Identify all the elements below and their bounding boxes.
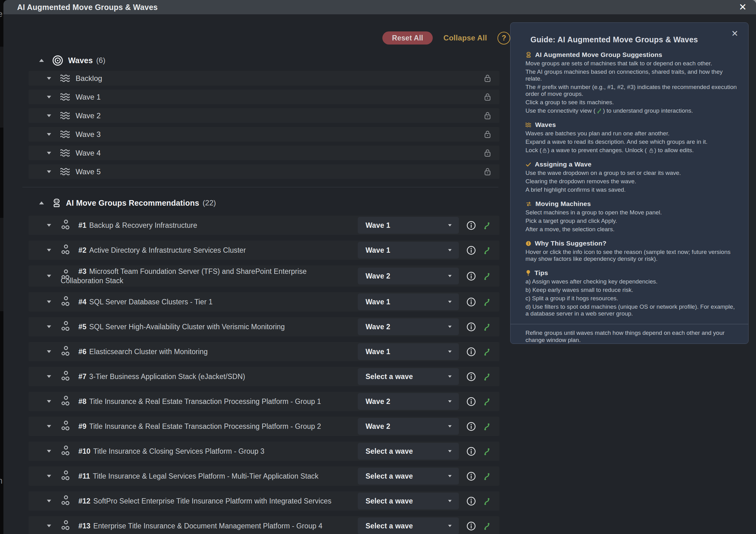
waves-icon <box>526 122 532 127</box>
chevron-down-icon[interactable] <box>46 95 52 99</box>
group-number: #4 <box>78 298 89 306</box>
chevron-down-icon[interactable] <box>46 248 52 252</box>
chevron-down-icon[interactable] <box>46 449 52 453</box>
info-icon[interactable] <box>466 347 476 357</box>
wave-dropdown[interactable]: Wave 2 <box>358 267 459 284</box>
chevron-down-icon[interactable] <box>46 375 52 379</box>
info-icon[interactable] <box>466 271 476 281</box>
unlock-icon[interactable] <box>483 93 492 101</box>
unlock-icon[interactable] <box>483 167 492 176</box>
collapse-up-icon[interactable] <box>39 58 44 63</box>
wave-row[interactable]: Wave 4 <box>29 146 499 160</box>
guide-text-line: Waves are batches you plan and run one a… <box>526 130 737 137</box>
info-icon[interactable] <box>466 422 476 431</box>
group-row[interactable]: #4SQL Server Database Clusters - Tier 1 … <box>29 292 499 312</box>
wave-dropdown[interactable]: Wave 1 <box>358 294 459 310</box>
wave-dropdown[interactable]: Wave 2 <box>358 418 459 435</box>
info-icon[interactable] <box>466 471 476 481</box>
unlock-icon[interactable] <box>483 111 492 120</box>
chevron-down-icon[interactable] <box>46 151 52 155</box>
unlock-icon[interactable] <box>483 149 492 157</box>
cluster-icon <box>61 346 71 356</box>
info-icon[interactable] <box>466 397 476 407</box>
wave-dropdown[interactable]: Select a wave <box>358 492 459 509</box>
info-icon[interactable] <box>466 297 476 307</box>
chevron-down-icon[interactable] <box>46 114 52 118</box>
wave-row[interactable]: Backlog <box>29 71 499 86</box>
wave-dropdown[interactable]: Wave 1 <box>358 242 459 259</box>
group-row[interactable]: #5SQL Server High-Availability Cluster w… <box>29 317 499 336</box>
connectivity-icon[interactable] <box>482 447 492 456</box>
group-row[interactable]: #8Title Insurance & Real Estate Transact… <box>29 392 499 411</box>
info-icon[interactable] <box>466 447 476 456</box>
wave-row[interactable]: Wave 1 <box>29 90 499 104</box>
wave-dropdown[interactable]: Select a wave <box>358 518 459 534</box>
help-icon[interactable]: ? <box>498 32 510 44</box>
chevron-down-icon[interactable] <box>46 223 52 227</box>
group-number: #10 <box>78 447 93 455</box>
group-row[interactable]: #10Title Insurance & Closing Services Pl… <box>29 441 499 461</box>
group-name: Title Insurance & Closing Services Platf… <box>93 447 264 455</box>
info-icon[interactable] <box>466 245 476 255</box>
chevron-down-icon[interactable] <box>46 325 52 329</box>
wave-dropdown-value: Select a wave <box>365 373 413 381</box>
guide-close-icon[interactable]: ✕ <box>731 30 738 38</box>
chevron-down-icon[interactable] <box>46 474 52 478</box>
info-icon[interactable] <box>466 322 476 332</box>
wave-dropdown[interactable]: Select a wave <box>358 443 459 460</box>
group-row[interactable]: #12SoftPro Select Enterprise Title Insur… <box>29 492 499 511</box>
connectivity-icon[interactable] <box>482 322 492 332</box>
wave-dropdown[interactable]: Wave 2 <box>358 393 459 410</box>
wave-row[interactable]: Wave 2 <box>29 108 499 123</box>
chevron-down-icon[interactable] <box>46 274 52 278</box>
waves-section-header[interactable]: Waves (6) <box>29 53 499 68</box>
connectivity-icon[interactable] <box>482 271 492 281</box>
connectivity-icon[interactable] <box>482 521 492 531</box>
group-row[interactable]: #11Title Insurance & Legal Services Plat… <box>29 466 499 486</box>
group-row[interactable]: #6Elasticsearch Cluster with Monitoring … <box>29 342 499 361</box>
chevron-down-icon[interactable] <box>46 170 52 174</box>
connectivity-icon[interactable] <box>482 397 492 407</box>
wave-dropdown[interactable]: Wave 2 <box>358 318 459 335</box>
group-row[interactable]: #9Title Insurance & Real Estate Transact… <box>29 417 499 436</box>
chevron-down-icon[interactable] <box>46 400 52 403</box>
group-row[interactable]: #2Active Directory & Infrastructure Serv… <box>29 240 499 260</box>
connectivity-icon[interactable] <box>482 422 492 431</box>
connectivity-icon[interactable] <box>482 496 492 506</box>
connectivity-icon[interactable] <box>482 245 492 255</box>
chevron-down-icon[interactable] <box>46 350 52 353</box>
group-row[interactable]: #1Backup & Recovery Infrastructure Wave … <box>29 216 499 235</box>
info-icon[interactable] <box>466 372 476 381</box>
list-area: Waves (6) Backlog Wave 1 Wave 2 Wave 3 W… <box>29 14 499 534</box>
connectivity-icon[interactable] <box>482 297 492 307</box>
wave-dropdown[interactable]: Select a wave <box>358 468 459 485</box>
chevron-down-icon[interactable] <box>46 132 52 136</box>
wave-row[interactable]: Wave 3 <box>29 127 499 142</box>
group-row[interactable]: #13Enterprise Title Insurance & Document… <box>29 516 499 534</box>
wave-dropdown[interactable]: Select a wave <box>358 368 459 385</box>
connectivity-icon[interactable] <box>482 221 492 230</box>
wave-row[interactable]: Wave 5 <box>29 164 499 179</box>
group-row[interactable]: #73-Tier Business Application Stack (eJa… <box>29 367 499 386</box>
guide-text-segment: ) to allow edits. <box>654 147 694 154</box>
connectivity-icon[interactable] <box>482 471 492 481</box>
groups-section-header[interactable]: AI Move Groups Recommendations (22) <box>29 195 499 211</box>
connectivity-icon[interactable] <box>482 347 492 357</box>
chevron-down-icon[interactable] <box>46 300 52 304</box>
unlock-icon[interactable] <box>483 130 492 139</box>
wave-dropdown[interactable]: Wave 1 <box>358 217 459 234</box>
info-icon[interactable] <box>466 496 476 506</box>
groups-section-title: AI Move Groups Recommendations <box>66 199 199 208</box>
info-icon[interactable] <box>466 521 476 531</box>
group-row[interactable]: #3Microsoft Team Foundation Server (TFS)… <box>29 266 499 287</box>
chevron-down-icon[interactable] <box>46 76 52 80</box>
connectivity-icon[interactable] <box>482 372 492 381</box>
collapse-up-icon[interactable] <box>39 201 44 205</box>
chevron-down-icon[interactable] <box>46 524 52 528</box>
chevron-down-icon[interactable] <box>46 424 52 428</box>
chevron-down-icon[interactable] <box>46 499 52 503</box>
unlock-icon[interactable] <box>483 74 492 83</box>
close-icon[interactable]: ✕ <box>739 3 747 12</box>
info-icon[interactable] <box>466 221 476 230</box>
wave-dropdown[interactable]: Wave 1 <box>358 343 459 360</box>
